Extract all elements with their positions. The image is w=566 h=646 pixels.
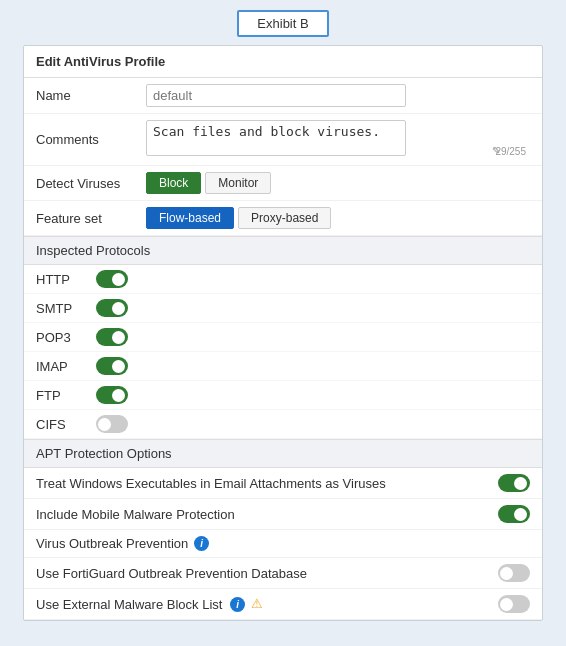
feature-set-label: Feature set [36,211,146,226]
monitor-button[interactable]: Monitor [205,172,271,194]
virus-outbreak-label: Virus Outbreak Prevention [36,536,188,551]
smtp-label: SMTP [36,301,96,316]
treat-windows-label: Treat Windows Executables in Email Attac… [36,476,490,491]
mobile-malware-toggle[interactable] [498,505,530,523]
forti-guard-row: Use FortiGuard Outbreak Prevention Datab… [24,558,542,589]
pop3-toggle[interactable] [96,328,128,346]
ftp-row: FTP [24,381,542,410]
virus-outbreak-info-icon[interactable]: i [194,536,209,551]
comments-row: Comments Scan files and block viruses. ✎… [24,114,542,166]
forti-guard-label: Use FortiGuard Outbreak Prevention Datab… [36,566,490,581]
http-label: HTTP [36,272,96,287]
detect-viruses-row: Detect Viruses Block Monitor [24,166,542,201]
imap-label: IMAP [36,359,96,374]
external-malware-text: Use External Malware Block List [36,596,222,611]
cifs-label: CIFS [36,417,96,432]
proxy-based-button[interactable]: Proxy-based [238,207,331,229]
feature-set-btn-group: Flow-based Proxy-based [146,207,331,229]
external-malware-toggle[interactable] [498,595,530,613]
name-input[interactable] [146,84,406,107]
treat-windows-row: Treat Windows Executables in Email Attac… [24,468,542,499]
comments-input[interactable]: Scan files and block viruses. [146,120,406,156]
comments-wrapper: Scan files and block viruses. ✎ 29/255 [146,120,530,159]
external-malware-label: Use External Malware Block List i ⚠ [36,596,490,613]
smtp-row: SMTP [24,294,542,323]
name-row: Name [24,78,542,114]
external-malware-info-icon[interactable]: i [230,597,245,612]
form-card: Edit AntiVirus Profile Name Comments Sca… [23,45,543,621]
imap-toggle[interactable] [96,357,128,375]
exhibit-tab: Exhibit B [237,10,328,37]
ftp-label: FTP [36,388,96,403]
comments-label: Comments [36,132,146,147]
external-malware-row: Use External Malware Block List i ⚠ [24,589,542,620]
cifs-toggle[interactable] [96,415,128,433]
page-wrapper: Exhibit B Edit AntiVirus Profile Name Co… [20,10,546,621]
smtp-toggle[interactable] [96,299,128,317]
imap-row: IMAP [24,352,542,381]
mobile-malware-label: Include Mobile Malware Protection [36,507,490,522]
detect-viruses-btn-group: Block Monitor [146,172,271,194]
ftp-toggle[interactable] [96,386,128,404]
mobile-malware-row: Include Mobile Malware Protection [24,499,542,530]
pop3-label: POP3 [36,330,96,345]
http-row: HTTP [24,265,542,294]
detect-viruses-label: Detect Viruses [36,176,146,191]
inspected-protocols-header: Inspected Protocols [24,236,542,265]
external-malware-warning-icon: ⚠ [249,596,265,612]
forti-guard-toggle[interactable] [498,564,530,582]
apt-protection-header: APT Protection Options [24,439,542,468]
cifs-row: CIFS [24,410,542,439]
treat-windows-toggle[interactable] [498,474,530,492]
feature-set-row: Feature set Flow-based Proxy-based [24,201,542,236]
name-label: Name [36,88,146,103]
virus-outbreak-row: Virus Outbreak Prevention i [24,530,542,558]
exhibit-label: Exhibit B [257,16,308,31]
char-count: 29/255 [495,146,526,157]
flow-based-button[interactable]: Flow-based [146,207,234,229]
form-title: Edit AntiVirus Profile [24,46,542,78]
block-button[interactable]: Block [146,172,201,194]
pop3-row: POP3 [24,323,542,352]
http-toggle[interactable] [96,270,128,288]
